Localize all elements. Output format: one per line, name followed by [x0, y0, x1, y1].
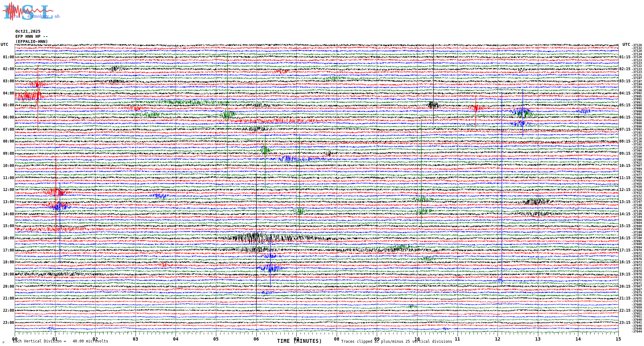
- trace-offset-value: -37084: [632, 246, 642, 249]
- trace-end-time-label: 14:15: [619, 212, 631, 216]
- trace-offset-value: -37107: [632, 80, 642, 83]
- x-tick-label: 05: [211, 336, 221, 342]
- trace-hour-label: 15:00: [0, 224, 14, 228]
- trace-offset-value: -37491: [632, 170, 642, 173]
- trace-offset-value: -37128: [632, 49, 642, 53]
- vertical-division-note: Each Vertical Division = 40.00 microvolt…: [13, 339, 108, 343]
- trace-end-time-label: 07:15: [619, 127, 631, 132]
- trace-end-time-label: 23:15: [619, 320, 631, 325]
- trace-offset-value: -37439: [632, 185, 642, 188]
- x-tick-label: 13: [533, 336, 543, 342]
- trace-end-time-label: 04:15: [619, 91, 631, 95]
- trace-end-time-label: 15:15: [619, 224, 631, 228]
- trace-hour-label: 14:00: [0, 212, 14, 216]
- trace-hour-label: 02:00: [0, 67, 14, 71]
- trace-offset-value: -37088: [632, 125, 642, 128]
- trace-end-time-label: 19:15: [619, 272, 631, 276]
- trace-offset-value: -37044: [632, 330, 642, 333]
- trace-offset-value: -37085: [632, 95, 642, 98]
- trace-hour-label: 06:00: [0, 115, 14, 119]
- trace-hour-label: 05:00: [0, 103, 14, 107]
- trace-hour-label: 12:00: [0, 187, 14, 192]
- trace-hour-label: 04:00: [0, 91, 14, 95]
- trace-end-time-label: 01:15: [619, 55, 631, 59]
- trace-end-time-label: 12:15: [619, 187, 631, 192]
- trace-offset-value: -37073: [632, 261, 642, 264]
- trace-offset-value: -37100: [632, 231, 642, 234]
- trace-offset-value: -37090: [632, 110, 642, 113]
- trace-end-time-label: 11:15: [619, 176, 631, 180]
- trace-end-time-label: 10:15: [619, 163, 631, 168]
- trace-end-time-label: 13:15: [619, 200, 631, 204]
- trace-hour-label: 20:00: [0, 284, 14, 289]
- x-tick-label: 08: [331, 336, 342, 342]
- x-tick-label: 06: [251, 336, 262, 342]
- trace-offset-value: -37104: [632, 215, 642, 218]
- x-tick-label: 11: [452, 336, 463, 342]
- x-tick-label: 04: [170, 336, 181, 342]
- trace-hour-label: 22:00: [0, 308, 14, 313]
- x-tick-label: 15: [613, 336, 624, 342]
- trace-end-time-label: 18:15: [619, 260, 631, 264]
- trace-hour-label: 18:00: [0, 260, 14, 264]
- trace-hour-label: 10:00: [0, 163, 14, 168]
- trace-offset-value: -37059: [632, 306, 642, 309]
- trace-end-time-label: 21:15: [619, 296, 631, 301]
- trace-hour-label: 19:00: [0, 272, 14, 276]
- trace-offset-value: -37076: [632, 276, 642, 279]
- trace-end-time-label: 16:15: [619, 236, 631, 240]
- trace-offset-value: -37073: [632, 291, 642, 294]
- trace-hour-label: 11:00: [0, 176, 14, 180]
- trace-end-time-label: 06:15: [619, 115, 631, 119]
- trace-hour-label: 17:00: [0, 248, 14, 252]
- trace-end-time-label: 22:15: [619, 308, 631, 313]
- trace-hour-label: 09:00: [0, 151, 14, 156]
- trace-end-time-label: 20:15: [619, 284, 631, 289]
- trace-offset-value: -37138: [632, 140, 642, 143]
- trace-end-time-label: 05:15: [619, 103, 631, 107]
- trace-hour-label: 01:00: [0, 55, 14, 59]
- x-tick-label: 12: [492, 336, 503, 342]
- trace-offset-value: -37247: [632, 200, 642, 203]
- clipping-note: Traces clipped at plus/minus 25 vertical…: [341, 339, 452, 344]
- trace-hour-label: 08:00: [0, 139, 14, 144]
- trace-end-time-label: 09:15: [619, 151, 631, 156]
- trace-end-time-label: 08:15: [619, 139, 631, 144]
- trace-offset-value: -37122: [632, 64, 642, 68]
- trace-hour-label: 16:00: [0, 236, 14, 240]
- trace-hour-label: 23:00: [0, 320, 14, 325]
- x-axis-title: TIME (MINUTES): [277, 338, 322, 344]
- x-tick-label: 03: [130, 336, 141, 342]
- trace-end-time-label: 17:15: [619, 248, 631, 252]
- trace-hour-label: 13:00: [0, 200, 14, 204]
- helicorder-canvas: [0, 0, 644, 346]
- trace-end-time-label: 03:15: [619, 79, 631, 83]
- trace-end-time-label: 02:15: [619, 67, 631, 71]
- trace-offset-value: -37041: [632, 321, 642, 324]
- trace-offset-value: -37396: [632, 155, 642, 158]
- trace-hour-label: 21:00: [0, 296, 14, 301]
- trace-hour-label: 07:00: [0, 127, 14, 132]
- helicorder-page: P S L atras eismology ab Oct21,2025 EFP …: [0, 0, 644, 346]
- trace-hour-label: 03:00: [0, 79, 14, 83]
- micro-glyph: µ: [3, 340, 4, 343]
- x-tick-label: 14: [573, 336, 583, 342]
